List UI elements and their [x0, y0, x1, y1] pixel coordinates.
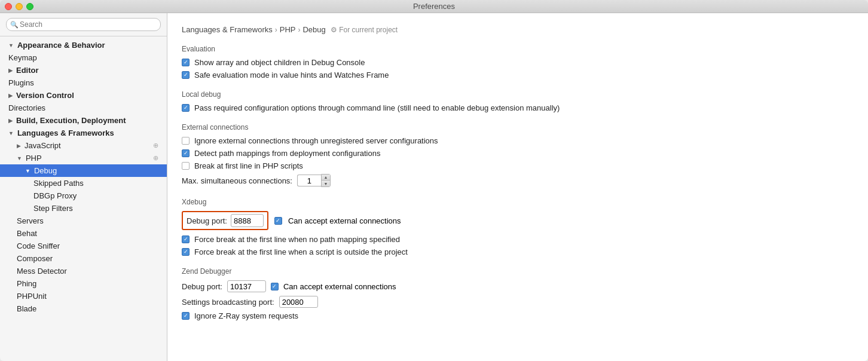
sidebar-item-label: Build, Execution, Deployment	[16, 116, 126, 125]
sidebar: 🔍 ▼ Appearance & Behavior Keymap ▶ Edito…	[0, 13, 167, 361]
sidebar-item-phing[interactable]: Phing	[0, 277, 167, 290]
breadcrumb-sep2: ›	[298, 26, 300, 34]
sidebar-item-directories[interactable]: Directories	[0, 102, 167, 114]
zend-broadcast-input[interactable]	[279, 296, 318, 308]
checkmark-icon: ✓	[272, 284, 277, 289]
search-icon: 🔍	[10, 21, 19, 29]
main-content: 🔍 ▼ Appearance & Behavior Keymap ▶ Edito…	[0, 13, 868, 361]
sidebar-item-label: Appearance & Behavior	[17, 41, 105, 50]
checkbox-force-break-no-path-label: Force break at the first line when no pa…	[194, 235, 400, 244]
evaluation-section: Evaluation ✓ Show array and object child…	[182, 45, 854, 79]
checkbox-ignore-external-input[interactable]	[182, 137, 190, 145]
checkbox-detect-path-input[interactable]: ✓	[182, 149, 190, 157]
checkbox-accept-external-input[interactable]: ✓	[274, 217, 282, 225]
checkbox-force-break-outside-input[interactable]: ✓	[182, 248, 190, 256]
search-wrapper: 🔍	[6, 18, 161, 31]
sidebar-item-build[interactable]: ▶ Build, Execution, Deployment	[0, 114, 167, 127]
debug-port-input[interactable]	[231, 214, 264, 227]
maximize-button[interactable]	[26, 3, 33, 10]
sidebar-item-label: PHPUnit	[17, 292, 47, 301]
checkbox-safe-eval: ✓ Safe evaluation mode in value hints an…	[182, 71, 854, 79]
checkbox-detect-path: ✓ Detect path mappings from deployment c…	[182, 149, 854, 158]
xdebug-port-row: Debug port: ✓ Can accept external connec…	[182, 211, 854, 230]
sidebar-item-keymap[interactable]: Keymap	[0, 51, 167, 64]
sidebar-item-blade[interactable]: Blade	[0, 302, 167, 315]
sidebar-item-behat[interactable]: Behat	[0, 227, 167, 240]
sidebar-item-label: Debug	[34, 166, 57, 175]
checkbox-detect-path-label: Detect path mappings from deployment con…	[194, 149, 380, 158]
checkmark-icon: ✓	[184, 105, 188, 111]
checkbox-ignore-external-label: Ignore external connections through unre…	[194, 136, 438, 145]
minimize-button[interactable]	[16, 3, 23, 10]
chevron-right-icon: ▶	[8, 118, 13, 124]
sidebar-item-editor[interactable]: ▶ Editor	[0, 64, 167, 77]
sidebar-item-mess-detector[interactable]: Mess Detector	[0, 265, 167, 277]
debug-port-box: Debug port:	[182, 211, 268, 230]
zend-port-input[interactable]	[227, 280, 266, 292]
breadcrumb-debug: Debug	[302, 25, 325, 34]
zend-broadcast-row: Settings broadcasting port:	[182, 296, 854, 308]
xdebug-label: Xdebug	[182, 198, 854, 206]
spinner-buttons: ▲ ▼	[321, 174, 331, 187]
checkbox-accept-external-zend-label: Can accept external connections	[283, 282, 396, 291]
max-connections-spinner: ▲ ▼	[297, 174, 331, 187]
max-connections-row: Max. simultaneous connections: ▲ ▼	[182, 174, 854, 187]
sidebar-item-version-control[interactable]: ▶ Version Control	[0, 89, 167, 102]
checkmark-icon: ✓	[184, 249, 188, 255]
sidebar-item-languages[interactable]: ▼ Languages & Frameworks	[0, 127, 167, 139]
sidebar-item-label: Behat	[17, 229, 37, 238]
checkbox-safe-eval-input[interactable]: ✓	[182, 71, 190, 79]
sidebar-item-label: Editor	[16, 66, 39, 75]
sidebar-item-skipped-paths[interactable]: Skipped Paths	[0, 177, 167, 189]
sidebar-item-javascript[interactable]: ▶ JavaScript ⊕	[0, 139, 167, 152]
checkbox-accept-external-label: Can accept external connections	[288, 216, 401, 225]
window-title: Preferences	[413, 2, 455, 11]
chevron-down-icon: ▼	[25, 168, 30, 174]
breadcrumb-php: PHP	[280, 25, 296, 34]
sidebar-item-dbgp-proxy[interactable]: DBGp Proxy	[0, 189, 167, 202]
chevron-down-icon: ▼	[17, 155, 22, 161]
spinner-up-button[interactable]: ▲	[322, 175, 330, 180]
checkbox-ignore-zray-input[interactable]: ✓	[182, 312, 190, 320]
sidebar-item-servers[interactable]: Servers	[0, 215, 167, 227]
chevron-right-icon: ▶	[8, 93, 13, 99]
max-connections-input[interactable]	[297, 175, 321, 186]
zend-port-label: Debug port:	[182, 282, 222, 291]
checkbox-ignore-zray: ✓ Ignore Z-Ray system requests	[182, 311, 854, 320]
spinner-down-button[interactable]: ▼	[322, 180, 330, 186]
breadcrumb-languages: Languages & Frameworks	[182, 25, 273, 34]
sidebar-item-composer[interactable]: Composer	[0, 252, 167, 265]
checkbox-ignore-zray-label: Ignore Z-Ray system requests	[194, 311, 298, 320]
checkbox-force-break-outside-label: Force break at the first line when a scr…	[194, 247, 408, 256]
checkbox-show-array-input[interactable]: ✓	[182, 59, 190, 66]
close-button[interactable]	[5, 3, 12, 10]
nav-list: ▼ Appearance & Behavior Keymap ▶ Editor …	[0, 36, 167, 361]
max-connections-label: Max. simultaneous connections:	[182, 176, 292, 185]
zend-debugger-label: Zend Debugger	[182, 267, 854, 276]
sidebar-item-label: Mess Detector	[17, 267, 67, 276]
chevron-right-icon: ▶	[8, 68, 13, 74]
checkbox-pass-config-input[interactable]: ✓	[182, 104, 190, 112]
sidebar-item-label: Code Sniffer	[17, 241, 60, 250]
sidebar-item-debug[interactable]: ▼ Debug	[0, 164, 167, 177]
breadcrumb-note: ⚙ For current project	[331, 26, 398, 34]
search-input[interactable]	[6, 18, 161, 31]
sidebar-item-code-sniffer[interactable]: Code Sniffer	[0, 240, 167, 252]
sidebar-item-php[interactable]: ▼ PHP ⊕	[0, 152, 167, 164]
checkbox-accept-external-zend-input[interactable]: ✓	[271, 283, 279, 290]
sidebar-item-label: Servers	[17, 216, 44, 225]
checkbox-force-break-outside: ✓ Force break at the first line when a s…	[182, 247, 854, 256]
checkbox-break-first-input[interactable]	[182, 162, 190, 170]
sidebar-item-label: Plugins	[8, 78, 34, 87]
sidebar-item-label: Composer	[17, 254, 53, 263]
local-debug-section: Local debug ✓ Pass required configuratio…	[182, 90, 854, 112]
breadcrumb: Languages & Frameworks › PHP › Debug ⚙ F…	[182, 25, 854, 34]
sidebar-item-appearance[interactable]: ▼ Appearance & Behavior	[0, 39, 167, 51]
checkbox-break-first-label: Break at first line in PHP scripts	[194, 161, 303, 170]
checkbox-show-array: ✓ Show array and object children in Debu…	[182, 58, 854, 67]
sidebar-item-step-filters[interactable]: Step Filters	[0, 202, 167, 215]
sidebar-item-plugins[interactable]: Plugins	[0, 77, 167, 89]
checkbox-force-break-no-path-input[interactable]: ✓	[182, 235, 190, 243]
sidebar-item-phpunit[interactable]: PHPUnit	[0, 290, 167, 302]
sidebar-item-label: Languages & Frameworks	[17, 129, 114, 137]
